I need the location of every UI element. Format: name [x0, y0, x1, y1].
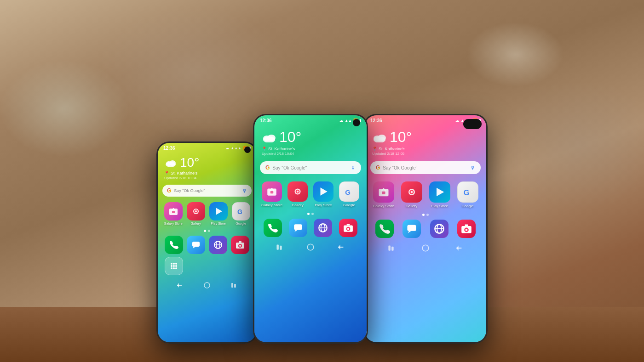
- nav-back-center[interactable]: [337, 243, 346, 252]
- app-google-left[interactable]: G Google: [231, 202, 251, 225]
- dot-inactive-right: [426, 214, 429, 216]
- phones-container: 12:36 ☁ ▲▲▲ 📶 ▮ 10°: [156, 114, 488, 344]
- dock-phone-center[interactable]: [262, 219, 284, 237]
- dock-internet-center[interactable]: [312, 219, 334, 237]
- phone-right-nav: [365, 240, 486, 256]
- play-store-icon: [209, 202, 228, 221]
- app-gallery-center[interactable]: Gallery: [287, 181, 309, 207]
- apps-drawer-icon: [165, 257, 183, 275]
- app-play-store-left[interactable]: Play Store: [208, 202, 228, 225]
- dock-messages-center[interactable]: [287, 219, 310, 237]
- mic-icon-right: 🎙: [470, 165, 475, 170]
- phone-left-weather: 10° 📍 St. Katharine's Updated 2/18 10:04: [158, 152, 256, 182]
- play-store-icon-right: [429, 181, 450, 203]
- phone-left-location: St. Katharine's: [171, 171, 197, 175]
- gallery-icon-center: [288, 181, 308, 202]
- app-galaxy-store-right[interactable]: Galaxy Store: [371, 181, 396, 208]
- svg-point-17: [239, 245, 241, 247]
- nav-back[interactable]: [176, 281, 185, 290]
- dock-camera-left[interactable]: [230, 236, 250, 254]
- app-play-store-right[interactable]: Play Store: [427, 181, 452, 208]
- svg-point-59: [378, 135, 386, 141]
- phone-right-screen: 12:36 ☁ ▲▲▲ 📶 ▮ 10°: [365, 115, 486, 342]
- app-play-store-center[interactable]: Play Store: [312, 181, 334, 207]
- svg-rect-76: [389, 245, 391, 250]
- phone-center-search[interactable]: G Say "Ok Google" 🎙: [260, 161, 361, 174]
- dock-messages-left[interactable]: [186, 236, 206, 254]
- app-label-center: Play Store: [315, 203, 332, 207]
- app-galaxy-store-center[interactable]: Galaxy Store: [261, 181, 283, 207]
- svg-point-21: [175, 263, 177, 265]
- phone-left-search[interactable]: G Say "Ok Google" 🎙: [162, 185, 252, 197]
- internet-app-icon: [209, 236, 227, 254]
- phone-right-app-grid: Galaxy Store Gallery: [365, 178, 486, 212]
- phone-left: 12:36 ☁ ▲▲▲ 📶 ▮ 10°: [156, 141, 258, 344]
- app-gallery-left[interactable]: Gallery: [186, 202, 206, 225]
- svg-point-27: [175, 267, 177, 269]
- phone-left-screen: 12:36 ☁ ▲▲▲ 📶 ▮ 10°: [158, 143, 256, 342]
- phone-left-search-text: Say "Ok Google": [174, 188, 239, 193]
- google-g-logo-center: G: [265, 164, 270, 171]
- svg-point-7: [195, 210, 197, 212]
- dot-2: [208, 230, 210, 232]
- mic-icon: 🎙: [242, 188, 247, 193]
- dock-internet-right[interactable]: [427, 220, 452, 238]
- svg-rect-31: [231, 283, 233, 288]
- google-icon: G: [232, 202, 250, 221]
- phone-center-time: 12:36: [260, 118, 272, 123]
- dock-phone-right[interactable]: [372, 220, 397, 238]
- nav-home-right[interactable]: [421, 243, 430, 253]
- cloud-icon: ☁: [225, 146, 229, 150]
- app-label-center: Galaxy Store: [261, 203, 282, 207]
- svg-point-20: [173, 263, 175, 265]
- phone-left-temp: 10°: [164, 155, 250, 170]
- app-label-right: Google: [462, 204, 474, 208]
- svg-point-25: [171, 267, 172, 269]
- app-galaxy-store-left[interactable]: Galaxy Store: [163, 202, 183, 225]
- dock-camera-center[interactable]: [337, 219, 360, 237]
- messages-app-icon: [187, 236, 205, 254]
- nav-recents[interactable]: [229, 281, 238, 290]
- nav-home[interactable]: [202, 281, 212, 290]
- svg-rect-10: [192, 242, 200, 247]
- camera-dock-icon-right: [457, 220, 476, 238]
- gallery-icon: [187, 202, 205, 221]
- cloud-icon: ☁: [339, 119, 343, 123]
- galaxy-store-icon: [164, 202, 183, 221]
- phone-left-time: 12:36: [163, 146, 175, 151]
- svg-marker-11: [193, 247, 196, 249]
- location-pin-icon: 📍: [262, 147, 267, 151]
- app-label-center: Google: [343, 203, 355, 207]
- nav-back-right[interactable]: [455, 243, 465, 253]
- dock-internet-left[interactable]: [208, 236, 228, 254]
- dock-messages-right[interactable]: [400, 220, 425, 238]
- nav-recents-center[interactable]: [275, 243, 284, 252]
- phone-right-search[interactable]: G Say "Ok Google" 🎙: [370, 161, 481, 174]
- phone-left-camera: [244, 147, 251, 153]
- app-label: Play Store: [211, 222, 225, 225]
- phone-center-updated: Updated 2/18 10:04: [262, 152, 359, 156]
- google-g-logo-right: G: [376, 164, 380, 171]
- play-store-svg: [213, 206, 224, 217]
- dock-apps-left[interactable]: [164, 257, 184, 275]
- nav-recents-right[interactable]: [386, 243, 396, 253]
- dock-phone-left[interactable]: [164, 236, 184, 254]
- galaxy-store-icon-right: [373, 181, 394, 203]
- nav-home-center[interactable]: [306, 243, 315, 252]
- app-google-center[interactable]: G Google: [338, 181, 360, 207]
- phone-dock-icon-right: [375, 220, 394, 238]
- app-label-center: Gallery: [292, 203, 303, 207]
- svg-marker-41: [321, 187, 328, 195]
- phone-right-time: 12:36: [370, 118, 382, 123]
- svg-point-19: [171, 263, 172, 265]
- app-gallery-right[interactable]: Gallery: [399, 181, 424, 208]
- dock-camera-right[interactable]: [454, 220, 479, 238]
- phone-left-dock: [158, 234, 256, 277]
- google-svg: G: [236, 206, 247, 217]
- phone-left-page-dots: [158, 230, 256, 232]
- svg-marker-44: [294, 230, 298, 232]
- phone-center-status-bar: 12:36 ☁ ▲▲ 📶 ▮: [254, 115, 367, 124]
- app-google-right[interactable]: G Google: [455, 181, 480, 208]
- dot-active-right: [422, 214, 425, 216]
- phone-right-page-dots: [365, 214, 486, 216]
